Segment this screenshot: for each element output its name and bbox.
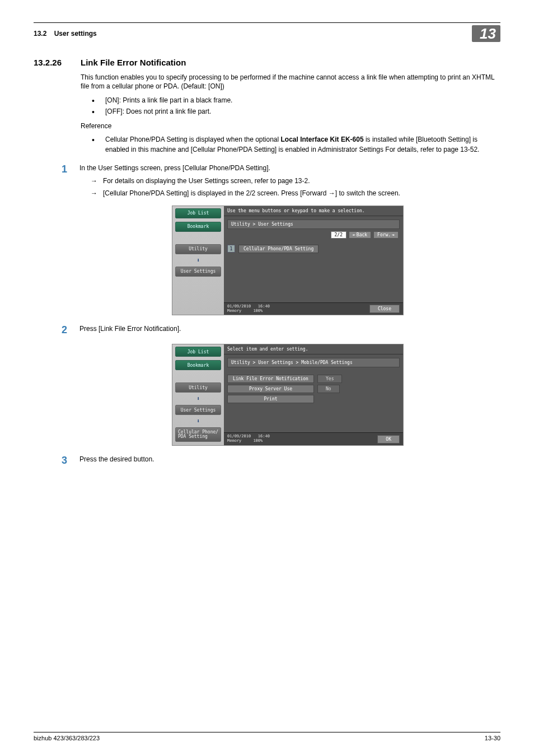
option-list: [ON]: Prints a link file part in a black… [81, 95, 495, 116]
device-screenshot-2: Job List Bookmark Utility ⬇ User Setting… [172, 344, 404, 445]
chapter-number-badge: 13 [472, 25, 500, 42]
ok-button[interactable]: OK [377, 435, 400, 444]
user-settings-tab[interactable]: User Settings [175, 267, 221, 277]
section-number: 13.2.26 [34, 58, 73, 67]
bookmark-tab[interactable]: Bookmark [175, 222, 221, 232]
step: 3 Press the desired button. [81, 455, 495, 466]
reference-item: Cellular Phone/PDA Setting is displayed … [81, 134, 495, 155]
status-datetime: 01/09/2010 16:40 Memory 100% [227, 305, 270, 313]
step-text: Press the desired button. [79, 455, 495, 464]
utility-tab[interactable]: Utility [175, 382, 221, 393]
down-arrow-icon: ⬇ [196, 258, 200, 263]
setting-value: No [317, 385, 340, 393]
arrow-icon: → [91, 176, 97, 185]
utility-tab[interactable]: Utility [175, 244, 221, 254]
instruction-bar: Use the menu buttons or keypad to make a… [224, 206, 403, 216]
reference-list: Cellular Phone/PDA Setting is displayed … [81, 134, 495, 155]
header-section-ref: 13.2 [34, 30, 46, 38]
cellular-phone-pda-setting-tab[interactable]: Cellular Phone/ PDA Setting [175, 427, 221, 442]
breadcrumb: Utility > User Settings > Mobile/PDA Set… [227, 358, 400, 367]
step-text: In the User Settings screen, press [Cell… [79, 164, 495, 172]
step-number: 2 [56, 324, 67, 336]
step-number: 1 [56, 164, 67, 198]
forward-button[interactable]: Forw.↠ [373, 231, 399, 239]
footer-model: bizhub 423/363/283/223 [34, 735, 100, 741]
breadcrumb: Utility > User Settings [227, 220, 400, 229]
device-screenshot-1: Job List Bookmark Utility ⬇ User Setting… [172, 206, 404, 315]
page-header: 13.2 User settings 13 [34, 25, 500, 42]
setting-value: Yes [317, 375, 342, 383]
section-title: Link File Error Notification [81, 58, 186, 67]
bookmark-tab[interactable]: Bookmark [175, 360, 221, 370]
cellular-phone-pda-setting-button[interactable]: Cellular Phone/PDA Setting [238, 245, 318, 253]
instruction-bar: Select item and enter setting. [224, 344, 403, 354]
header-section-label: User settings [54, 30, 97, 38]
user-settings-tab[interactable]: User Settings [175, 405, 221, 415]
step-number: 3 [56, 455, 67, 466]
down-arrow-icon: ⬇ [196, 396, 200, 402]
step: 1 In the User Settings screen, press [Ce… [81, 164, 495, 198]
back-button[interactable]: ↞Back [349, 231, 371, 239]
option-item: [OFF]: Does not print a link file part. [81, 106, 495, 116]
arrow-left-icon: ↞ [353, 232, 355, 237]
option-index: 1 [227, 245, 235, 253]
down-arrow-icon: ⬇ [196, 418, 200, 424]
close-button[interactable]: Close [369, 305, 400, 313]
proxy-server-use-button[interactable]: Proxy Server Use [227, 385, 314, 393]
status-datetime: 01/09/2010 16:40 Memory 100% [227, 435, 270, 443]
arrow-right-icon: ↠ [392, 232, 395, 237]
footer-page: 13-30 [485, 735, 500, 741]
reference-label: Reference [81, 122, 495, 130]
step: 2 Press [Link File Error Notification]. [81, 324, 495, 336]
link-file-error-notification-button[interactable]: Link File Error Notification [227, 375, 314, 383]
print-button[interactable]: Print [227, 395, 314, 403]
intro-paragraph: This function enables you to specify pro… [81, 73, 495, 91]
job-list-tab[interactable]: Job List [175, 208, 221, 218]
page-indicator: 2/2 [331, 231, 346, 239]
job-list-tab[interactable]: Job List [175, 347, 221, 357]
step-sub: →For details on displaying the User Sett… [79, 176, 495, 185]
option-item: [ON]: Prints a link file part in a black… [81, 95, 495, 105]
step-sub: →[Cellular Phone/PDA Setting] is display… [79, 189, 495, 198]
arrow-icon: → [91, 189, 97, 198]
page-footer: bizhub 423/363/283/223 13-30 [34, 732, 500, 741]
step-text: Press [Link File Error Notification]. [79, 324, 495, 333]
